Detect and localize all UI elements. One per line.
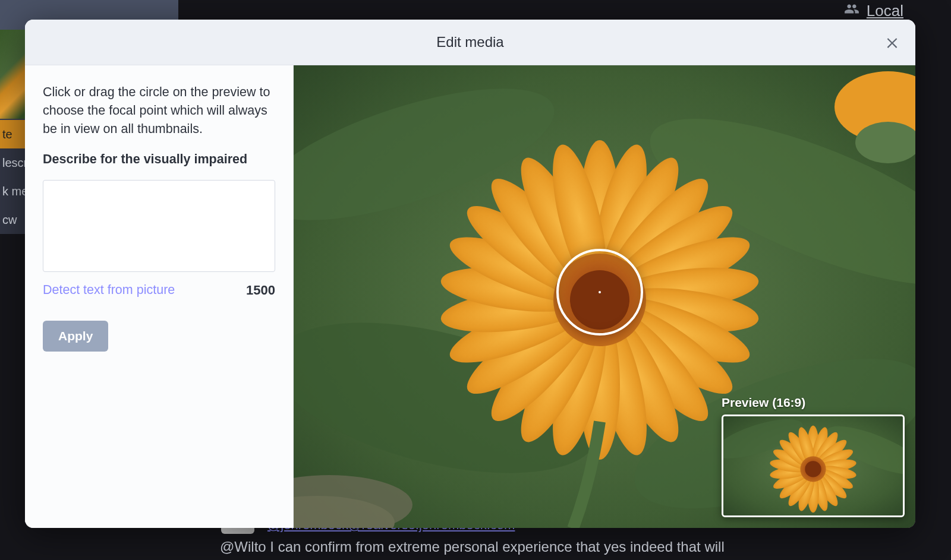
media-preview[interactable]: Preview (16:9) [294,65,915,528]
close-icon [884,34,900,50]
users-icon [844,1,859,21]
focal-point-instructions: Click or drag the circle on the preview … [43,83,275,139]
detect-text-link[interactable]: Detect text from picture [43,283,175,298]
edit-panel: Click or drag the circle on the preview … [25,65,294,528]
modal-title: Edit media [436,34,503,50]
thumbnail-preview-image [722,415,905,517]
nav-local-link[interactable]: Local [844,1,903,21]
focal-point-handle[interactable] [556,249,643,336]
char-count: 1500 [246,283,275,298]
svg-point-63 [805,461,821,477]
input-footer: Detect text from picture 1500 [43,283,275,298]
modal-body: Click or drag the circle on the preview … [25,65,915,528]
close-button[interactable] [882,32,902,52]
description-input[interactable] [43,180,275,272]
describe-label: Describe for the visually impaired [43,152,275,167]
apply-button[interactable]: Apply [43,321,108,352]
modal-header: Edit media [25,20,915,65]
edit-media-modal: Edit media Click or drag the circle on t… [25,20,915,528]
post-body-text: @Wilto I can confirm from extreme person… [220,539,725,555]
thumbnail-preview-label: Preview (16:9) [722,396,905,410]
thumbnail-preview: Preview (16:9) [722,396,905,517]
nav-local-label: Local [867,2,903,20]
